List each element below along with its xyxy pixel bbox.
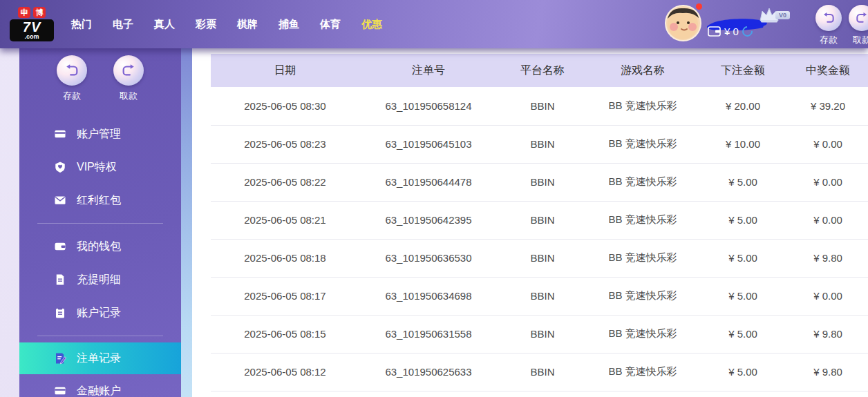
sidebar-deposit-button[interactable]: 存款	[51, 55, 93, 102]
vip-level[interactable]: V0	[757, 6, 790, 23]
cell-platform: BBIN	[498, 87, 587, 125]
sidebar-item-vip[interactable]: VIP特权	[19, 151, 181, 184]
sidebar-edge-gradient	[181, 48, 192, 397]
clipboard-icon	[54, 307, 66, 319]
site-logo[interactable]: 申 博 7V .com	[10, 7, 54, 41]
nav-item-cards[interactable]: 棋牌	[227, 0, 268, 48]
cell-win-amount: ¥ 0.00	[788, 163, 868, 201]
sidebar-quick-actions: 存款 取款	[19, 48, 181, 102]
cell-date: 2025-06-05 08:15	[211, 315, 359, 353]
vip-badge: V0	[775, 11, 790, 19]
cell-win-amount: ¥ 0.00	[788, 201, 868, 239]
table-row: 2025-06-05 08:21 63_101950642395 BBIN BB…	[211, 201, 868, 239]
bet-record-icon	[54, 352, 66, 365]
sidebar-deposit-label: 存款	[51, 90, 93, 102]
bet-table-body: 2025-06-05 08:30 63_101950658124 BBIN BB…	[211, 87, 868, 391]
sidebar-withdraw-button[interactable]: 取款	[108, 55, 149, 102]
deposit-button[interactable]: 存款	[813, 5, 845, 46]
nav-item-promotions[interactable]: 优惠	[351, 0, 393, 48]
cell-bet-id: 63_101950644478	[359, 163, 498, 201]
withdraw-label: 取款	[846, 34, 868, 46]
main-nav: 热门 电子 真人 彩票 棋牌 捕鱼 体育 优惠	[61, 0, 393, 48]
bet-records-table: 日期 注单号 平台名称 游戏名称 下注金额 中奖金额 2025-06-05 08…	[211, 54, 868, 391]
nav-item-slots[interactable]: 电子	[102, 0, 144, 48]
sidebar-item-account-management[interactable]: 账户管理	[19, 117, 181, 151]
cell-win-amount: ¥ 9.80	[788, 315, 868, 353]
withdraw-button[interactable]: 取款	[846, 5, 868, 46]
cell-platform: BBIN	[498, 125, 587, 163]
cell-bet-amount: ¥ 20.00	[698, 87, 788, 125]
avatar[interactable]	[665, 5, 701, 41]
cell-bet-amount: ¥ 5.00	[698, 353, 788, 391]
cell-date: 2025-06-05 08:23	[211, 125, 359, 163]
logo-badge-bo: 博	[33, 7, 46, 18]
header-win-amount: 中奖金额	[788, 54, 868, 87]
cell-game: BB 竞速快乐彩	[587, 201, 698, 239]
logo-text: 7V	[12, 20, 52, 34]
vip-shield-icon	[54, 161, 66, 173]
cell-game: BB 竞速快乐彩	[587, 125, 698, 163]
table-row: 2025-06-05 08:30 63_101950658124 BBIN BB…	[211, 87, 868, 125]
header-bet-amount: 下注金额	[698, 54, 788, 87]
table-row: 2025-06-05 08:18 63_101950636530 BBIN BB…	[211, 239, 868, 277]
cell-platform: BBIN	[498, 201, 587, 239]
cell-bet-amount: ¥ 5.00	[698, 239, 788, 277]
menu-divider	[37, 336, 163, 336]
table-row: 2025-06-05 08:12 63_101950625633 BBIN BB…	[211, 353, 868, 391]
cell-date: 2025-06-05 08:12	[211, 353, 359, 391]
refresh-icon[interactable]	[740, 24, 755, 39]
document-icon	[54, 273, 66, 286]
cell-bet-amount: ¥ 5.00	[698, 163, 788, 201]
cell-bet-id: 63_101950625633	[359, 353, 498, 391]
sidebar-item-wallet[interactable]: 我的钱包	[19, 230, 181, 263]
cell-platform: BBIN	[498, 353, 587, 391]
nav-item-fishing[interactable]: 捕鱼	[268, 0, 310, 48]
header-date: 日期	[211, 54, 359, 87]
deposit-icon	[815, 5, 842, 31]
menu-label: 账户管理	[77, 127, 121, 142]
table-row: 2025-06-05 08:15 63_101950631558 BBIN BB…	[211, 315, 868, 353]
cell-game: BB 竞速快乐彩	[587, 239, 698, 277]
envelope-icon	[54, 194, 66, 206]
nav-item-lottery[interactable]: 彩票	[185, 0, 227, 48]
menu-label: 账户记录	[77, 306, 121, 320]
cell-win-amount: ¥ 39.20	[788, 87, 868, 125]
nav-item-live[interactable]: 真人	[144, 0, 185, 48]
sidebar: 存款 取款 账户管理	[19, 48, 181, 397]
nav-item-hot[interactable]: 热门	[61, 0, 102, 48]
top-navbar: 申 博 7V .com 热门 电子 真人 彩票 棋牌 捕鱼 体育 优惠	[0, 0, 868, 48]
cell-game: BB 竞速快乐彩	[587, 87, 698, 125]
logo-tld: .com	[12, 34, 52, 40]
sidebar-withdraw-label: 取款	[108, 90, 149, 102]
cell-bet-amount: ¥ 10.00	[698, 125, 788, 163]
wallet-icon	[54, 240, 66, 253]
cell-platform: BBIN	[498, 277, 587, 315]
cell-win-amount: ¥ 0.00	[788, 125, 868, 163]
sidebar-item-bet-records[interactable]: 注单记录	[19, 342, 181, 374]
deposit-label: 存款	[813, 34, 845, 46]
menu-divider	[37, 223, 163, 224]
menu-label: 金融账户	[77, 384, 121, 397]
cell-bet-id: 63_101950636530	[359, 239, 498, 277]
table-row: 2025-06-05 08:22 63_101950644478 BBIN BB…	[211, 163, 868, 201]
table-row: 2025-06-05 08:23 63_101950645103 BBIN BB…	[211, 125, 868, 163]
cell-win-amount: ¥ 9.80	[788, 239, 868, 277]
sidebar-item-finance-account[interactable]: 金融账户	[19, 374, 181, 397]
sidebar-item-account-records[interactable]: 账户记录	[19, 296, 181, 329]
cell-win-amount: ¥ 0.00	[788, 277, 868, 315]
cell-bet-id: 63_101950645103	[359, 125, 498, 163]
wallet-icon	[708, 26, 721, 37]
cell-bet-id: 63_101950631558	[359, 315, 498, 353]
bank-card-icon	[54, 385, 66, 397]
cell-platform: BBIN	[498, 163, 587, 201]
sidebar-item-bonus[interactable]: 红利红包	[19, 184, 181, 217]
nav-item-sports[interactable]: 体育	[310, 0, 351, 48]
cell-date: 2025-06-05 08:21	[211, 201, 359, 239]
header-bet-id: 注单号	[359, 54, 498, 87]
cell-game: BB 竞速快乐彩	[587, 315, 698, 353]
sidebar-item-deposit-withdraw-details[interactable]: 充提明细	[19, 263, 181, 296]
table-row: 2025-06-05 08:17 63_101950634698 BBIN BB…	[211, 277, 868, 315]
cell-date: 2025-06-05 08:17	[211, 277, 359, 315]
header-platform: 平台名称	[498, 54, 587, 87]
cell-bet-amount: ¥ 5.00	[698, 201, 788, 239]
